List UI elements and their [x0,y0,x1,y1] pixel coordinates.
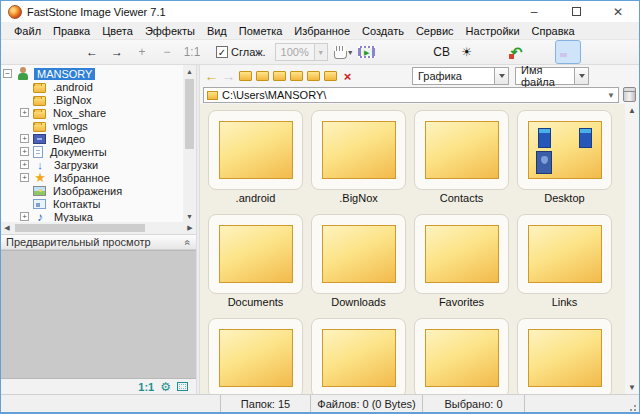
tree-item[interactable]: .BigNox [3,93,183,106]
menu-item[interactable]: Создать [356,23,410,39]
toolbar-button[interactable]: − [155,41,179,63]
folder-tile[interactable] [517,318,612,394]
dropdown-arrow-icon[interactable] [495,67,509,85]
toolbar-button[interactable]: СВ [430,41,454,63]
file-filter-dropdown[interactable]: Графика [412,67,509,85]
tree-item[interactable]: + Документы [3,145,183,158]
menu-item[interactable]: Сервис [410,23,460,39]
resize-grip[interactable] [625,400,637,412]
expand-toggle-icon[interactable]: + [20,147,29,156]
toolbar-button[interactable] [405,41,429,63]
sort-dropdown[interactable]: Имя файла [515,67,589,85]
folder-tile[interactable]: .BigNox [311,110,406,206]
folder-tile[interactable] [208,318,303,394]
menu-item[interactable]: Цвета [96,23,139,39]
tree-item[interactable]: Контакты [3,197,183,210]
tree-item[interactable]: vmlogs [3,119,183,132]
collapse-panel-icon[interactable]: « [183,239,194,245]
toolbar-button[interactable]: ↶ [505,41,529,63]
scroll-left-icon[interactable]: ◀ [1,224,13,232]
tree-item[interactable]: + Видео [3,132,183,145]
expand-toggle-icon[interactable]: + [20,108,29,117]
toolbar-button[interactable] [55,41,79,63]
tree-item[interactable]: .android [3,80,183,93]
file-toolbar-button[interactable] [272,67,287,85]
toolbar-button[interactable]: → [105,41,129,63]
expand-toggle-icon[interactable] [20,82,29,91]
menu-item[interactable]: Справка [526,23,581,39]
tree-vertical-scrollbar[interactable]: ▲ ▼ [183,65,196,222]
layout-button[interactable] [556,41,580,63]
smooth-checkbox[interactable]: ✓ [216,46,228,58]
file-toolbar-button[interactable] [323,67,338,85]
expand-toggle-icon[interactable]: + [20,134,29,143]
address-dropdown-icon[interactable]: ▼ [607,91,615,100]
folder-tile[interactable] [311,318,406,394]
menu-item[interactable]: Вид [201,23,233,39]
folder-tile[interactable]: .android [208,110,303,206]
layout-button[interactable] [583,41,607,63]
tree-item[interactable]: − MANSORY [3,67,183,80]
hand-tool-caret[interactable]: ▼ [347,41,354,63]
file-toolbar-button[interactable]: → [221,67,236,85]
address-bar[interactable]: C:\Users\MANSORY\ ▼ [203,87,619,103]
expand-toggle-icon[interactable] [20,199,29,208]
folder-tile[interactable] [414,318,509,394]
folder-tile[interactable]: Favorites [414,214,509,310]
recycle-bin-icon[interactable] [623,88,636,102]
toolbar-button[interactable] [480,41,504,63]
folder-tile[interactable]: Contacts [414,110,509,206]
layout-button[interactable] [637,41,640,63]
toolbar-button[interactable] [30,41,54,63]
scrollbar-thumb[interactable] [15,224,145,232]
close-button[interactable]: ✕ [597,1,639,22]
toolbar-button[interactable]: ☀ [455,41,479,63]
file-toolbar-button[interactable] [289,67,304,85]
expand-toggle-icon[interactable]: + [20,160,29,169]
dropdown-arrow-icon[interactable] [575,67,589,85]
zoom-dropdown-arrow[interactable]: ▼ [315,43,328,61]
file-toolbar-button[interactable] [391,67,406,85]
expand-toggle-icon[interactable] [20,121,29,130]
tree-item[interactable]: + ♪ Музыка [3,210,183,222]
expand-toggle-icon[interactable] [20,186,29,195]
toolbar-button[interactable] [530,41,554,63]
scroll-up-icon[interactable]: ▲ [628,106,636,115]
menu-item[interactable]: Эффекты [139,23,201,39]
file-toolbar-button[interactable]: ← [204,67,219,85]
menu-item[interactable]: Правка [47,23,96,39]
folder-tile[interactable]: Documents [208,214,303,310]
scrollbar-thumb[interactable] [185,79,194,149]
expand-toggle-icon[interactable]: + [20,212,29,221]
file-toolbar-button[interactable] [374,67,389,85]
expand-toggle-icon[interactable]: + [20,173,29,182]
toolbar-button[interactable]: 1:1 [180,41,204,63]
toolbar-button[interactable] [5,41,29,63]
tree-horizontal-scrollbar[interactable]: ◀ ▶ [1,222,196,234]
preview-actual-size-button[interactable]: 1:1 [138,381,154,393]
toolbar-button[interactable]: ← [80,41,104,63]
menu-item[interactable]: Пометка [233,23,289,39]
scroll-down-icon[interactable]: ▼ [183,210,196,222]
minimize-button[interactable]: – [513,1,555,22]
preview-fit-icon[interactable] [177,382,188,391]
folder-tile[interactable]: Downloads [311,214,406,310]
scroll-right-icon[interactable]: ▶ [184,224,196,232]
toolbar-button[interactable]: + [130,41,154,63]
file-toolbar-button[interactable] [357,67,372,85]
toolbar-button[interactable] [380,41,404,63]
tree-item[interactable]: + ↓ Загрузки [3,158,183,171]
tree-item[interactable]: + Nox_share [3,106,183,119]
menu-item[interactable]: Файл [8,23,47,39]
file-toolbar-button[interactable]: × [340,67,355,85]
file-toolbar-button[interactable] [306,67,321,85]
scroll-down-icon[interactable]: ▼ [628,383,636,392]
hand-tool-button[interactable] [333,41,346,63]
tree-item[interactable]: + ★ Избранное [3,171,183,184]
maximize-button[interactable] [555,1,597,22]
layout-button[interactable] [610,41,634,63]
scroll-up-icon[interactable]: ▲ [183,65,196,77]
zoom-value[interactable]: 100% [275,43,315,61]
folder-tile[interactable]: Links [517,214,612,310]
folder-tile[interactable]: Desktop [517,110,612,206]
